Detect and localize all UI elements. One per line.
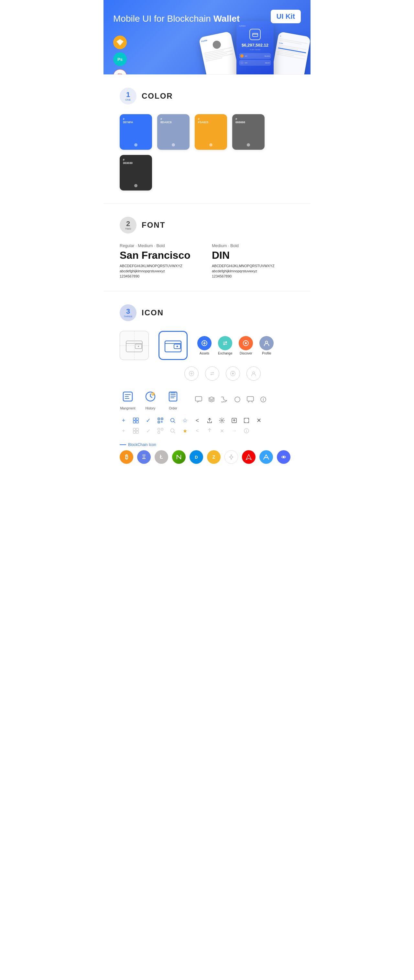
- svg-rect-4: [165, 341, 181, 352]
- ark-icon: [242, 450, 256, 464]
- svg-rect-41: [161, 428, 163, 430]
- svg-point-13: [232, 372, 234, 374]
- svg-rect-21: [247, 396, 253, 401]
- plus-ghost-icon: +: [119, 427, 127, 435]
- section-number-2: 2 TWO: [119, 217, 137, 234]
- font-sf: Regular · Medium · Bold San Francisco AB…: [119, 243, 202, 278]
- star-icon: ☆: [181, 417, 189, 424]
- color-swatch-orange: #F5A623: [195, 114, 227, 150]
- svg-rect-39: [136, 431, 139, 433]
- font-sf-name: San Francisco: [119, 249, 202, 261]
- close-icon: ✕: [255, 417, 263, 424]
- hero-title-normal: Mobile UI for Blockchain: [113, 14, 213, 24]
- history-icon-item: History: [142, 388, 158, 410]
- ps-badge: Ps: [113, 52, 127, 66]
- svg-rect-38: [133, 431, 135, 433]
- nav-assets-item: Assets: [197, 336, 212, 355]
- section-number-3: 3 THREE: [119, 304, 137, 321]
- svg-line-52: [231, 457, 232, 459]
- star-ghost-icon: ★: [181, 427, 189, 435]
- exchange-label: Exchange: [218, 352, 232, 355]
- resize-icon: [243, 417, 250, 424]
- svg-rect-24: [136, 418, 139, 420]
- x-ghost-icon: ✕: [218, 427, 226, 435]
- exchange-icon: [218, 336, 232, 350]
- color-swatches: #3574FA #8DA0C8 #F5A623 #666666 #303030: [119, 114, 295, 191]
- svg-rect-31: [162, 418, 162, 419]
- neo-icon: [172, 450, 186, 464]
- info-icon: [259, 395, 268, 404]
- svg-point-3: [138, 346, 139, 347]
- svg-rect-37: [136, 428, 139, 431]
- svg-point-55: [283, 457, 285, 458]
- color-swatch-blue: #3574FA: [119, 114, 152, 150]
- chat2-icon: [246, 395, 255, 404]
- phone-1: Profile: [199, 31, 242, 75]
- svg-rect-0: [253, 33, 258, 37]
- management-label: Mangment: [120, 407, 135, 410]
- phone-2: myWallet $6,297,502.12 12-298 / 738-2003…: [236, 21, 274, 75]
- svg-rect-42: [158, 431, 160, 433]
- btc-icon: ₿: [119, 450, 133, 464]
- svg-point-10: [266, 341, 268, 343]
- icon-section: 3 THREE ICON: [104, 291, 310, 477]
- search-icon: [169, 417, 177, 424]
- nav-icons-filled: Assets Exchange Discover Profile: [197, 336, 274, 355]
- wallet-filled-icon: [158, 331, 188, 360]
- exchange-ghost-icon: [205, 366, 219, 381]
- blockchain-label-area: BlockChain Icon ₿ Ξ Ł D Z: [119, 442, 295, 464]
- order-icon-item: Order: [165, 388, 181, 410]
- history-label: History: [145, 407, 155, 410]
- phone-3: + 12-298: [269, 31, 310, 75]
- layers-icon: [207, 395, 216, 404]
- sketch-badge: [113, 36, 127, 49]
- misc-icons-group: [194, 395, 268, 404]
- font-section-title: FONT: [142, 221, 165, 230]
- svg-point-20: [235, 397, 240, 402]
- chevron-left-icon: <: [193, 417, 201, 424]
- font-sf-lowercase: abcdefghijklmnopqrstuvwxyz: [119, 269, 202, 273]
- share-ghost-icon: [206, 427, 213, 435]
- plus-icon: +: [119, 417, 127, 424]
- check-ghost-icon: ✓: [144, 427, 152, 435]
- upload-icon: [230, 417, 238, 424]
- blockchain-line-decoration: [119, 444, 126, 445]
- app-icons-row: Mangment History Order: [119, 388, 295, 410]
- nav-exchange-item: Exchange: [218, 336, 232, 355]
- font-din-numbers: 1234567890: [212, 274, 295, 278]
- search-ghost-icon: [169, 427, 177, 435]
- profile-label: Profile: [262, 352, 271, 355]
- share-icon: [206, 417, 213, 424]
- assets-label: Assets: [199, 352, 209, 355]
- font-din: Medium · Bold DIN ABCDEFGHIJKLMNOPQRSTUV…: [212, 243, 295, 278]
- iota-icon: [225, 450, 238, 464]
- icon-showcase: Assets Exchange Discover Profile: [119, 331, 295, 360]
- font-sf-numbers: 1234567890: [119, 274, 202, 278]
- font-din-name: DIN: [212, 249, 295, 261]
- svg-rect-32: [158, 422, 159, 422]
- grid-icon: [132, 417, 140, 424]
- discover-icon: [239, 336, 253, 350]
- svg-line-50: [231, 456, 232, 457]
- dash-icon: D: [189, 450, 203, 464]
- check-icon: ✓: [144, 417, 152, 424]
- svg-rect-19: [195, 396, 202, 401]
- font-sf-style: Regular · Medium · Bold: [119, 243, 202, 248]
- assets-ghost-icon: [184, 366, 199, 381]
- assets-icon: [197, 336, 212, 350]
- hero-section: Mobile UI for Blockchain Wallet UI Kit P…: [104, 0, 310, 75]
- svg-rect-36: [133, 428, 135, 431]
- font-din-style: Medium · Bold: [212, 243, 295, 248]
- grid-ghost-icon: [132, 427, 140, 435]
- profile-ghost-icon: [247, 366, 261, 381]
- chevron-left-ghost-icon: <: [193, 427, 201, 435]
- color-swatch-gray-blue: #8DA0C8: [157, 114, 189, 150]
- color-swatch-black: #303030: [119, 155, 152, 191]
- svg-rect-40: [158, 428, 160, 430]
- phone-mockups: Profile myWallet $6,297,502.12 12-298 / …: [203, 21, 307, 75]
- svg-point-34: [221, 420, 223, 422]
- svg-rect-30: [158, 418, 159, 419]
- tools-icons-row-blue: + ✓ ☆ < ✕: [119, 417, 295, 424]
- discover-label: Discover: [240, 352, 252, 355]
- circle-icon: [233, 395, 242, 404]
